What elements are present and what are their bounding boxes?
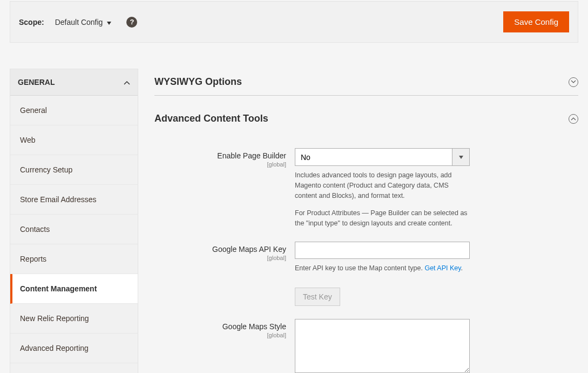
chevron-up-icon	[124, 78, 130, 86]
help-icon[interactable]: ?	[126, 17, 137, 28]
field-maps-api-key: Google Maps API Key [global] Enter API k…	[154, 242, 578, 306]
sidebar-item-new-relic[interactable]: New Relic Reporting	[10, 304, 138, 334]
sidebar-item-web[interactable]: Web	[10, 125, 138, 155]
sidebar-item-general[interactable]: General	[10, 96, 138, 125]
field-scope: [global]	[154, 161, 286, 168]
get-api-key-link[interactable]: Get API Key	[424, 264, 461, 272]
scope-select[interactable]: Default Config	[55, 18, 112, 26]
page-header: Scope: Default Config ? Save Config	[10, 1, 578, 43]
collapse-icon	[569, 114, 578, 124]
test-key-button[interactable]: Test Key	[295, 288, 340, 306]
accordion-title: Advanced Content Tools	[154, 113, 268, 124]
sidebar-item-reports[interactable]: Reports	[10, 244, 138, 274]
field-note: Enter API key to use the Map content typ…	[295, 263, 470, 274]
save-config-button[interactable]: Save Config	[503, 11, 569, 32]
sidebar-section-general[interactable]: GENERAL	[10, 69, 138, 96]
field-enable-pagebuilder: Enable Page Builder [global] No Includes…	[154, 148, 578, 229]
sidebar-item-store-email[interactable]: Store Email Addresses	[10, 185, 138, 215]
caret-down-icon	[107, 18, 111, 26]
expand-icon	[569, 77, 578, 87]
advanced-body: Enable Page Builder [global] No Includes…	[154, 148, 578, 373]
enable-pagebuilder-select[interactable]: No	[295, 148, 470, 166]
accordion-title: WYSIWYG Options	[154, 76, 242, 88]
scope-label: Scope:	[19, 18, 44, 26]
field-scope: [global]	[154, 255, 286, 261]
sidebar-section-title: GENERAL	[18, 78, 55, 86]
sidebar-item-contacts[interactable]: Contacts	[10, 215, 138, 244]
maps-api-key-input[interactable]	[295, 242, 470, 259]
field-maps-style: Google Maps Style [global] Paste the Goo…	[154, 319, 578, 374]
main-content: WYSIWYG Options Advanced Content Tools E…	[154, 69, 578, 373]
sidebar: GENERAL General Web Currency Setup Store…	[10, 69, 138, 373]
accordion-advanced[interactable]: Advanced Content Tools	[154, 105, 578, 132]
accordion-wysiwyg[interactable]: WYSIWYG Options	[154, 69, 578, 96]
field-scope: [global]	[154, 332, 286, 338]
sidebar-item-advanced-reporting[interactable]: Advanced Reporting	[10, 334, 138, 363]
sidebar-item-content-management[interactable]: Content Management	[10, 274, 138, 304]
field-note: Includes advanced tools to design page l…	[295, 170, 470, 201]
field-label: Google Maps Style	[222, 322, 286, 331]
field-note: For Product Attributes — Page Builder ca…	[295, 208, 470, 229]
scope-select-value: Default Config	[55, 18, 103, 26]
maps-style-textarea[interactable]	[295, 319, 470, 373]
sidebar-item-currency-setup[interactable]: Currency Setup	[10, 155, 138, 185]
field-label: Enable Page Builder	[217, 151, 286, 160]
field-label: Google Maps API Key	[212, 245, 286, 254]
